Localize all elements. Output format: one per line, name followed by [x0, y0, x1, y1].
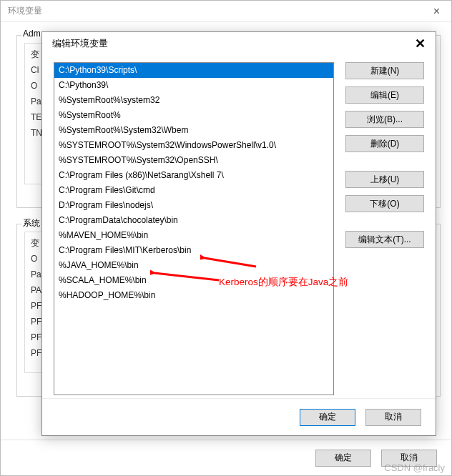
- path-item[interactable]: D:\Program Files\nodejs\: [54, 198, 333, 213]
- path-item[interactable]: %JAVA_HOME%\bin: [54, 258, 333, 273]
- delete-button[interactable]: 删除(D): [345, 135, 424, 152]
- inner-body: C:\Python39\Scripts\C:\Python39\%SystemR…: [42, 55, 436, 398]
- path-item[interactable]: %SCALA_HOME%\bin: [54, 273, 333, 288]
- path-item[interactable]: %SystemRoot%\system32: [54, 93, 333, 108]
- path-item[interactable]: %SYSTEMROOT%\System32\WindowsPowerShell\…: [54, 138, 333, 153]
- path-item[interactable]: C:\Python39\: [54, 78, 333, 93]
- inner-close-icon[interactable]: ✕: [412, 36, 428, 51]
- outer-close-icon[interactable]: ×: [429, 5, 444, 18]
- outer-ok-button[interactable]: 确定: [315, 450, 371, 467]
- inner-cancel-button[interactable]: 取消: [365, 409, 421, 426]
- path-item[interactable]: C:\Python39\Scripts\: [54, 63, 333, 78]
- path-item[interactable]: %SystemRoot%\System32\Wbem: [54, 123, 333, 138]
- outer-titlebar: 环境变量 ×: [1, 1, 451, 22]
- edit-env-var-dialog: 编辑环境变量 ✕ C:\Python39\Scripts\C:\Python39…: [41, 31, 436, 436]
- path-list[interactable]: C:\Python39\Scripts\C:\Python39\%SystemR…: [54, 62, 334, 395]
- outer-footer: 确定 取消: [1, 440, 451, 475]
- edit-button[interactable]: 编辑(E): [345, 86, 424, 104]
- user-vars-label: Adm: [21, 29, 42, 39]
- outer-title: 环境变量: [8, 5, 429, 17]
- inner-title: 编辑环境变量: [52, 37, 412, 50]
- path-item[interactable]: %HADOOP_HOME%\bin: [54, 288, 333, 303]
- inner-footer: 确定 取消: [42, 398, 436, 435]
- edit-text-button[interactable]: 编辑文本(T)...: [345, 231, 424, 248]
- path-item[interactable]: %MAVEN_HOME%\bin: [54, 228, 333, 243]
- new-button[interactable]: 新建(N): [345, 62, 424, 79]
- inner-titlebar: 编辑环境变量 ✕: [42, 32, 436, 55]
- outer-cancel-button[interactable]: 取消: [381, 450, 437, 467]
- system-vars-label: 系统: [21, 217, 41, 229]
- side-buttons: 新建(N) 编辑(E) 浏览(B)... 删除(D) 上移(U) 下移(O) 编…: [345, 62, 424, 395]
- path-item[interactable]: C:\Program Files\Git\cmd: [54, 183, 333, 198]
- path-item[interactable]: C:\Program Files (x86)\NetSarang\Xshell …: [54, 168, 333, 183]
- path-item[interactable]: C:\ProgramData\chocolatey\bin: [54, 213, 333, 228]
- path-item[interactable]: %SYSTEMROOT%\System32\OpenSSH\: [54, 153, 333, 168]
- path-item[interactable]: %SystemRoot%: [54, 108, 333, 123]
- inner-ok-button[interactable]: 确定: [300, 409, 355, 426]
- path-item[interactable]: C:\Program Files\MIT\Kerberos\bin: [54, 243, 333, 258]
- movedown-button[interactable]: 下移(O): [345, 195, 424, 212]
- browse-button[interactable]: 浏览(B)...: [345, 111, 424, 128]
- moveup-button[interactable]: 上移(U): [345, 171, 424, 188]
